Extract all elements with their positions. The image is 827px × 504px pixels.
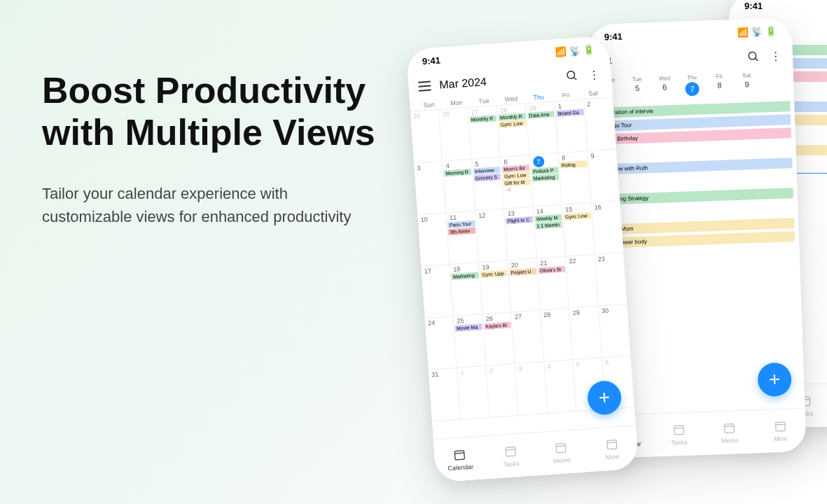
calendar-cell[interactable]: 15Gym: Low [562,203,595,257]
week-day[interactable]: Wed6 [651,75,679,97]
calendar-cell[interactable]: 7Potluck PMarketing [529,153,562,207]
calendar-cell[interactable]: 25 [410,110,443,164]
nav-mine[interactable]: Mine [585,426,639,472]
nav-tasks[interactable]: Tasks [653,412,705,456]
calendar-cell[interactable]: 19Gym: Upp [479,260,511,314]
day-number: 1 [460,368,485,376]
calendar-cell[interactable]: 31 [429,368,461,422]
calendar-cell[interactable]: 2 [584,97,616,151]
event-chip[interactable]: Data Ana [527,111,555,119]
calendar-cell[interactable]: 29 [569,307,602,360]
calendar-cell[interactable]: 4Morning R [443,160,475,214]
nav-mine[interactable]: Mine [754,409,807,453]
wifi-icon: 📡 [751,26,763,37]
event-chip[interactable]: 1:1 Meetin [535,221,562,230]
calendar-cell[interactable]: 14Weekly M1:1 Meetin [534,205,566,259]
calendar-cell[interactable]: 29Data Ana [526,102,558,155]
event-chip[interactable]: 3th Anniv [448,227,475,236]
week-day[interactable]: Sat9 [733,72,761,94]
calendar-cell[interactable]: 28Monthly RGym: Low [497,104,529,158]
calendar-cell[interactable]: 13Flight to C [504,207,536,261]
calendar-cell[interactable]: 21Olivia's Bi [537,257,569,311]
day-number: 31 [431,370,457,378]
calendar-cell[interactable]: 22 [566,255,598,309]
weekday-label: Fri [705,73,732,80]
event-chip[interactable]: Movie Ma [455,323,482,332]
event-chip[interactable]: Gym: Low [499,120,527,128]
day-number: 28 [543,310,569,318]
calendar-cell[interactable]: 8Riding [559,151,591,205]
calendar-cell[interactable]: 26Kayla's Bi [482,312,515,366]
more-icon[interactable]: ⋮ [587,67,602,82]
calendar-cell[interactable]: 3 [414,162,446,216]
search-icon[interactable] [564,69,579,83]
calendar-cell[interactable]: 27Monthly R [468,106,501,160]
battery-icon: 🔋 [583,44,595,55]
event-chip[interactable]: Marketing [531,174,559,182]
event-chip[interactable]: Morning R [444,169,471,177]
memo-icon [722,421,737,435]
event-chip[interactable]: Grocery S [473,174,501,182]
nav-tasks[interactable]: Tasks [484,433,538,479]
weekday-label: Wed [497,94,525,104]
phone-mockups: 9:41 📶 📡 🔋 Mar of interview materialrday… [421,7,827,497]
event-chip[interactable]: Monthly R [469,115,496,123]
event-chip[interactable]: Marketing [452,272,479,280]
day-number: 3 [417,163,442,172]
calendar-cell[interactable]: 12 [475,209,508,263]
calendar-cell[interactable]: 17 [421,265,453,318]
calendar-cell[interactable]: 4 [544,360,576,414]
search-icon[interactable] [746,50,761,64]
event-chip[interactable]: Gym: Upp [480,270,508,279]
calendar-cell[interactable]: 30 [599,304,631,358]
status-time: 9:41 [422,55,440,66]
calendar-cell[interactable]: 10 [417,213,450,267]
week-day[interactable]: Tue5 [623,76,651,98]
more-icon[interactable]: ⋮ [769,49,784,64]
add-event-fab[interactable]: + [757,362,792,397]
nav-calendar[interactable]: Calendar [433,436,487,482]
calendar-cell[interactable]: 3 [515,362,548,416]
month-label[interactable]: Mar 2024 [439,71,557,92]
week-label[interactable]: 24 [599,51,739,69]
event-chip[interactable]: Kayla's Bi [484,321,511,330]
calendar-cell[interactable]: 23 [595,253,627,307]
calendar-cell[interactable]: 18Marketing [450,262,482,316]
day-number: 29 [572,308,597,316]
event-chip[interactable]: Project U [509,268,536,276]
status-bar: 9:41 📶 📡 🔋 [729,0,827,18]
calendar-cell[interactable]: 16 [591,201,623,255]
day-number: 8 [706,80,734,90]
hero-title: Boost Productivity with Multiple Views [42,70,378,154]
calendar-cell[interactable]: 2 [486,364,518,418]
calendar-cell[interactable]: 28 [541,308,573,362]
event-chip[interactable]: Riding [560,160,588,169]
calendar-cell[interactable]: 9 [588,149,620,203]
calendar-cell[interactable]: 11Paris Tour3th Anniv [447,211,479,265]
event-chip[interactable]: Gym: Low [564,212,591,220]
weekday-label: Thu [678,74,705,80]
calendar-cell[interactable]: 24 [425,316,457,370]
calendar-cell[interactable]: 20Project U [508,259,540,313]
calendar-cell[interactable]: 1 [457,366,489,420]
nav-memo[interactable]: Memo [534,429,588,475]
nav-memo[interactable]: Memo [704,410,756,454]
day-number: 16 [594,202,619,211]
more-events[interactable]: +2 [506,186,531,192]
calendar-cell[interactable]: 25Movie Ma [454,314,486,368]
event-chip[interactable]: Board Ga [556,108,583,117]
calendar-cell[interactable]: 5InterviewGrocery S [472,158,504,211]
day-number: 6 [651,83,679,92]
calendar-cell[interactable]: 6Mom's BirGym: LowGift for M+2 [501,155,533,209]
event-chip[interactable]: Olivia's Bi [538,266,566,274]
week-day[interactable]: Fri8 [705,73,733,95]
event-chip[interactable]: Flight to C [506,216,533,225]
week-day[interactable]: Thu7 [678,74,706,96]
svg-line-19 [574,77,576,80]
menu-icon[interactable] [418,81,431,92]
calendar-cell[interactable]: 26 [439,108,471,162]
calendar-cell[interactable]: 27 [512,310,544,364]
day-number: 26 [442,109,467,118]
weekday-label: Sun [415,100,443,109]
calendar-cell[interactable]: 1Board Ga [555,99,588,153]
